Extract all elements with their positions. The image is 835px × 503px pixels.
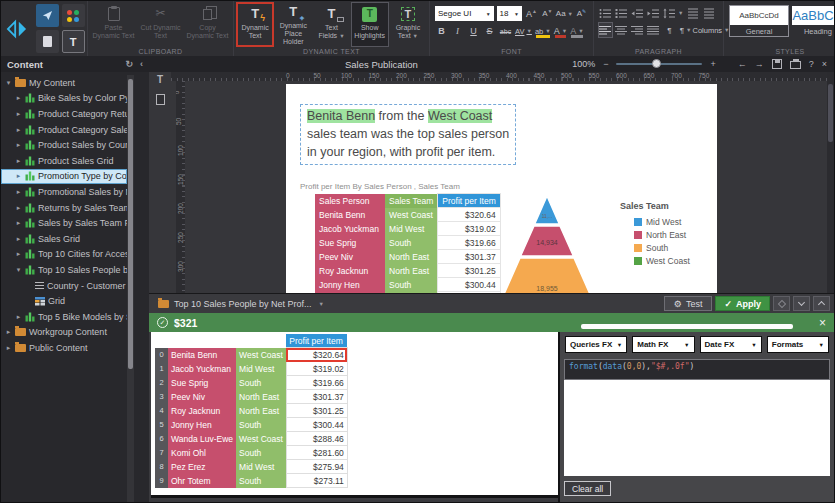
team-cell[interactable]: West Coast [236, 348, 286, 362]
tree-collapse-icon[interactable]: ▸ [15, 188, 22, 196]
dock-button[interactable] [773, 296, 790, 311]
new-document-button[interactable] [36, 30, 59, 53]
team-cell[interactable]: North East [236, 390, 286, 404]
value-cell[interactable]: $288.46 [286, 432, 347, 446]
show-highlights-button[interactable]: T Show Highlights [352, 3, 388, 46]
formula-editor[interactable]: format(data(0,0),"$#,.0f") [564, 359, 830, 380]
math-fx-select[interactable]: Math FX▼ [632, 336, 694, 353]
tree-collapse-icon[interactable]: ▸ [15, 219, 22, 227]
undo-button[interactable]: ← [738, 59, 747, 69]
value-cell[interactable]: $301.37 [286, 390, 347, 404]
apps-button[interactable] [62, 4, 85, 27]
name-cell[interactable]: Pez Erez [168, 460, 236, 474]
tree-item[interactable]: ▸Top 5 Bike Models by S [1, 309, 127, 325]
dynamic-text-block[interactable]: Benita Benn from the West Coastsales tea… [300, 104, 516, 165]
name-cell[interactable]: Jonny Hen [168, 418, 236, 432]
tree-collapse-icon[interactable]: ▸ [5, 344, 12, 352]
line-spacing-button[interactable]: ▼ [663, 6, 683, 20]
font-size-select[interactable]: 18▼ [497, 6, 522, 21]
design-canvas[interactable]: T 05010015020025030035040045050055060065… [149, 72, 834, 293]
clear-formatting-button[interactable]: A✎ [575, 7, 588, 21]
text-block-right-icon[interactable] [702, 6, 715, 20]
team-cell[interactable]: South [236, 474, 286, 488]
decrease-indent-button[interactable] [631, 6, 644, 20]
collapse-panel-icon[interactable]: ‹ [140, 59, 143, 69]
tree-collapse-icon[interactable]: ▸ [15, 94, 22, 102]
value-cell[interactable]: $275.94 [286, 460, 347, 474]
tree-collapse-icon[interactable]: ▸ [15, 110, 22, 118]
tree-collapse-icon[interactable]: ▸ [15, 250, 22, 258]
clear-all-button[interactable]: Clear all [564, 481, 611, 496]
clone-tool-icon[interactable] [156, 94, 165, 105]
tree-item[interactable]: ▾My Content [1, 75, 127, 91]
double-strikethrough-button[interactable]: abc [499, 24, 512, 38]
tree-item[interactable]: ▸Top 10 Cities for Accessories S... [1, 247, 127, 263]
close-result-icon[interactable]: × [819, 316, 826, 330]
tree-item[interactable]: ▸Product Sales Grid [1, 153, 127, 169]
text-block-left-icon[interactable] [686, 6, 699, 20]
print-icon[interactable] [790, 61, 801, 69]
rtl-direction-button[interactable]: ¶▼ [679, 23, 692, 37]
run-button[interactable] [36, 4, 59, 27]
tree-collapse-icon[interactable]: ▸ [15, 126, 22, 134]
increase-indent-button[interactable] [647, 6, 660, 20]
numbered-list-button[interactable] [615, 6, 628, 20]
row-index-cell[interactable]: 9 [155, 474, 168, 488]
team-cell[interactable]: South [236, 376, 286, 390]
graphic-text-button[interactable]: T Graphic Text▼ [390, 3, 426, 46]
value-cell[interactable]: $320.64 [286, 348, 347, 362]
text-mode-button[interactable]: T [62, 30, 85, 53]
name-cell[interactable]: Benita Benn [168, 348, 236, 362]
shrink-font-button[interactable]: A▼ [541, 7, 554, 21]
apply-button[interactable]: ✓Apply [715, 296, 770, 311]
close-button[interactable]: × [822, 59, 827, 69]
value-cell[interactable]: $300.44 [286, 418, 347, 432]
border-color-button[interactable]: A▼ [570, 24, 583, 38]
copy-dynamic-text-button[interactable]: Copy Dynamic Text [185, 3, 230, 46]
letter-spacing-button[interactable]: AV▼ [515, 24, 532, 38]
align-center-button[interactable] [615, 23, 628, 37]
paste-dynamic-text-button[interactable]: Paste Dynamic Text [91, 3, 136, 46]
strikethrough-button[interactable]: S [483, 24, 496, 38]
tree-item[interactable]: ▾Top 10 Sales People by Net Pr... [1, 262, 127, 278]
row-index-cell[interactable]: 2 [155, 376, 168, 390]
name-cell[interactable]: Ohr Totem [168, 474, 236, 488]
tree-item[interactable]: ▸Promotion Type by Country Tr... [1, 169, 127, 185]
team-cell[interactable]: South [236, 446, 286, 460]
team-cell[interactable]: West Coast [236, 432, 286, 446]
dynamic-place-holder-button[interactable]: T⌖ Dynamic Place Holder [275, 3, 311, 46]
value-cell[interactable]: $281.60 [286, 446, 347, 460]
value-column-header[interactable]: Profit per Item [286, 334, 347, 348]
tree-item[interactable]: ▸Product Sales by Country Tree ... [1, 137, 127, 153]
zoom-slider-thumb[interactable] [652, 59, 661, 68]
row-index-cell[interactable]: 3 [155, 390, 168, 404]
tree-item[interactable]: ▸Public Content [1, 340, 127, 356]
grow-font-button[interactable]: A▲ [525, 7, 538, 21]
name-cell[interactable]: Peev Niv [168, 390, 236, 404]
collapse-panel-button[interactable] [793, 296, 810, 311]
pyramid-chart[interactable]: 11,... 14,934 18,955 [482, 194, 612, 293]
redo-button[interactable]: → [755, 59, 764, 69]
help-button[interactable]: ? [809, 59, 814, 69]
tree-item[interactable]: ▸Workgroup Content [1, 325, 127, 341]
save-icon[interactable] [772, 59, 782, 69]
date-fx-select[interactable]: Date FX▼ [700, 336, 762, 353]
tree-collapse-icon[interactable]: ▸ [15, 204, 22, 212]
value-cell[interactable]: $301.25 [286, 404, 347, 418]
tree-item[interactable]: ▸Product Category Sales Pie Ch... [1, 122, 127, 138]
pyramid-segment-midwest[interactable] [535, 196, 560, 224]
row-index-cell[interactable]: 7 [155, 446, 168, 460]
font-family-select[interactable]: Segoe UI▼ [435, 6, 494, 21]
tree-item[interactable]: ▸Sales Grid [1, 231, 127, 247]
source-query-select[interactable]: Top 10 Sales People by Net Prof... ▼ [153, 298, 329, 310]
align-right-button[interactable] [631, 23, 644, 37]
name-cell[interactable]: Wanda Luv-Ewe [168, 432, 236, 446]
name-cell[interactable]: Sue Sprig [168, 376, 236, 390]
text-highlight-color-button[interactable]: ab▼ [535, 24, 551, 38]
value-cell[interactable]: $319.66 [286, 376, 347, 390]
text-fields-button[interactable]: T Text Fields▼ [313, 3, 349, 46]
tree-collapse-icon[interactable]: ▸ [15, 157, 22, 165]
align-left-button[interactable] [599, 23, 612, 37]
queries-fx-select[interactable]: Queries FX▼ [565, 336, 627, 353]
tree-item[interactable]: ▸Bike Sales by Color Pyramid C... [1, 91, 127, 107]
